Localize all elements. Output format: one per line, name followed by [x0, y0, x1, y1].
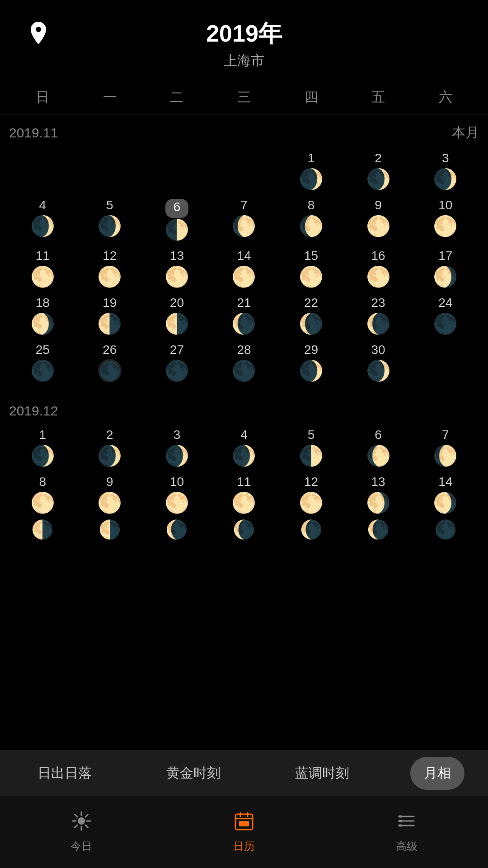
december-label: 2019.12: [9, 403, 58, 419]
svg-line-5: [75, 814, 78, 817]
tab-calendar[interactable]: 日历: [163, 811, 325, 854]
day-20[interactable]: 20 🌗: [143, 294, 211, 338]
day-18[interactable]: 18 🌖: [9, 294, 76, 338]
svg-line-6: [85, 825, 88, 828]
weekday-sun: 日: [9, 88, 76, 107]
dec-day-5[interactable]: 5 🌓: [277, 426, 345, 470]
day-8[interactable]: 8 🌔: [277, 196, 345, 244]
weekday-fri: 五: [345, 88, 412, 107]
dec-day-4[interactable]: 4 🌒: [211, 426, 278, 470]
day-30[interactable]: 30 🌒: [345, 341, 412, 385]
weekday-wed: 三: [211, 88, 278, 107]
december-grid: 1 🌒 2 🌒 3 🌒 4 🌒 5 🌓 6 🌔 7 🌔 8: [9, 426, 479, 517]
dec-day-11[interactable]: 11 🌕: [211, 473, 278, 517]
tab-today-label: 今日: [70, 839, 92, 854]
dec-day-9[interactable]: 9 🌕: [76, 473, 144, 517]
partial-row: 🌗 🌗 🌘 🌘 🌘 🌘 🌑: [0, 519, 488, 542]
table-row: [76, 149, 144, 193]
day-12[interactable]: 12 🌕: [76, 247, 144, 291]
day-24[interactable]: 24 🌑: [412, 294, 479, 338]
day-13[interactable]: 13 🌕: [143, 247, 211, 291]
day-2[interactable]: 2 🌒: [345, 149, 412, 193]
day-23[interactable]: 23 🌘: [345, 294, 412, 338]
day-5[interactable]: 5 🌒: [76, 196, 144, 244]
location-icon[interactable]: [27, 22, 50, 44]
tab-calendar-label: 日历: [233, 839, 255, 854]
mode-bar: 日出日落 黄金时刻 蓝调时刻 月相: [0, 750, 488, 796]
november-header: 2019.11 本月: [9, 123, 479, 142]
weekday-tue: 二: [143, 88, 211, 107]
dec-day-7[interactable]: 7 🌔: [412, 426, 479, 470]
december-header: 2019.12: [9, 403, 479, 419]
dec-day-8[interactable]: 8 🌕: [9, 473, 76, 517]
mode-sunrise-sunset[interactable]: 日出日落: [24, 757, 105, 790]
december-section: 2019.12 1 🌒 2 🌒 3 🌒 4 🌒 5 🌓 6 🌔 7: [0, 403, 488, 517]
day-4[interactable]: 4 🌒: [9, 196, 76, 244]
dec-day-6[interactable]: 6 🌔: [345, 426, 412, 470]
day-9[interactable]: 9 🌕: [345, 196, 412, 244]
weekday-header: 日 一 二 三 四 五 六: [0, 79, 488, 114]
header: 2019年 上海市: [0, 0, 488, 75]
november-grid: 1 🌒 2 🌒 3 🌒 4 🌒 5 🌒 6 🌓 7 🌔: [9, 149, 479, 385]
dec-day-10[interactable]: 10 🌕: [143, 473, 211, 517]
day-21[interactable]: 21 🌘: [211, 294, 278, 338]
weekday-mon: 一: [76, 88, 144, 107]
svg-point-0: [78, 817, 85, 825]
calendar-icon: [234, 811, 254, 835]
november-label: 2019.11: [9, 125, 58, 141]
tab-bar: 今日 日历 高级: [0, 796, 488, 868]
mode-blue-hour[interactable]: 蓝调时刻: [282, 757, 363, 790]
day-6-today[interactable]: 6 🌓: [143, 196, 211, 244]
sun-icon: [71, 811, 91, 835]
tab-today[interactable]: 今日: [0, 811, 163, 854]
day-28[interactable]: 28 🌑: [211, 341, 278, 385]
dec-day-12[interactable]: 12 🌕: [277, 473, 345, 517]
this-month-label: 本月: [452, 123, 479, 142]
city-label: 上海市: [0, 52, 488, 70]
day-15[interactable]: 15 🌕: [277, 247, 345, 291]
day-3[interactable]: 3 🌒: [412, 149, 479, 193]
day-7[interactable]: 7 🌔: [211, 196, 278, 244]
table-row: [143, 149, 211, 193]
day-16[interactable]: 16 🌕: [345, 247, 412, 291]
mode-moon-phase[interactable]: 月相: [410, 757, 465, 790]
day-17[interactable]: 17 🌖: [412, 247, 479, 291]
weekday-thu: 四: [277, 88, 345, 107]
svg-line-8: [75, 825, 78, 828]
list-icon: [397, 811, 417, 835]
dec-day-2[interactable]: 2 🌒: [76, 426, 144, 470]
dec-day-3[interactable]: 3 🌒: [143, 426, 211, 470]
table-row: [211, 149, 278, 193]
day-1[interactable]: 1 🌒: [277, 149, 345, 193]
november-section: 2019.11 本月 1 🌒 2 🌒 3 🌒 4 🌒 5 🌒: [0, 123, 488, 385]
day-26[interactable]: 26 🌑: [76, 341, 144, 385]
tab-advanced-label: 高级: [396, 839, 418, 854]
day-25[interactable]: 25 🌑: [9, 341, 76, 385]
weekday-sat: 六: [412, 88, 479, 107]
dec-day-13[interactable]: 13 🌖: [345, 473, 412, 517]
day-14[interactable]: 14 🌕: [211, 247, 278, 291]
day-22[interactable]: 22 🌘: [277, 294, 345, 338]
tab-advanced[interactable]: 高级: [325, 811, 488, 854]
day-29[interactable]: 29 🌒: [277, 341, 345, 385]
day-19[interactable]: 19 🌗: [76, 294, 144, 338]
dec-day-14[interactable]: 14 🌖: [412, 473, 479, 517]
mode-golden-hour[interactable]: 黄金时刻: [153, 757, 234, 790]
svg-rect-13: [239, 821, 249, 826]
day-11[interactable]: 11 🌕: [9, 247, 76, 291]
day-27[interactable]: 27 🌑: [143, 341, 211, 385]
day-10[interactable]: 10 🌕: [412, 196, 479, 244]
dec-day-1[interactable]: 1 🌒: [9, 426, 76, 470]
svg-line-7: [85, 814, 88, 817]
year-label: 2019年: [0, 18, 488, 50]
table-row: [9, 149, 76, 193]
